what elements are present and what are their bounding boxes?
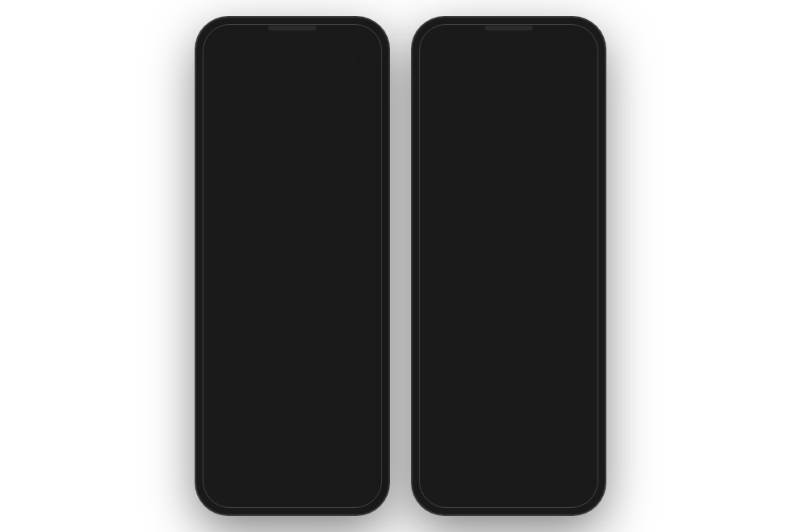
follower-avatar-2 — [446, 204, 469, 226]
header-title: Professional mode — [256, 35, 328, 44]
feature-analytics: See what's working Learn more about your… — [214, 289, 371, 320]
hero-decoration-3 — [358, 112, 374, 128]
money-icon — [214, 185, 231, 203]
right-phone: 🍍 🍍 🍍 🍍 Brianna Harris @brianna.harris 1… — [413, 18, 605, 514]
follower-avatar-1 — [421, 204, 443, 226]
feature-audience-text: Grow your audience Your follower setting… — [238, 232, 371, 282]
detail-item: ℹ Profile · Digital Creator — [430, 316, 587, 328]
pineapple-icon-1: 🍍 — [550, 33, 578, 59]
profile-cover: 🍍 🍍 🍍 🍍 — [419, 29, 598, 125]
right-phone-screen: 🍍 🍍 🍍 🍍 Brianna Harris @brianna.harris 1… — [419, 29, 598, 503]
left-header: Professional mode — [203, 29, 382, 48]
feature-audience: Grow your audience Your follower setting… — [214, 232, 371, 282]
more-dots: ··· — [571, 239, 581, 252]
follow-icon — [439, 241, 447, 249]
svg-rect-6 — [226, 294, 228, 304]
hero-decoration-2 — [338, 58, 365, 77]
hero-image — [203, 48, 382, 152]
profile-info: Brianna Harris @brianna.harris 14.7k fol… — [419, 155, 598, 197]
details-title: Details — [430, 297, 587, 309]
follower-avatar-4 — [497, 204, 520, 226]
commercial-terms-link[interactable]: Commercial Terms — [268, 410, 317, 417]
tab-about[interactable]: About — [463, 267, 502, 288]
profile-actions: Follow Message ··· — [419, 232, 598, 266]
feature-reels-text: Get paid for your reels Earn bonuses fro… — [238, 184, 371, 224]
left-content: Turn on professional mode Get paid for y… — [203, 152, 382, 503]
profile-tabs: Posts About Reels Photos ▾ — [419, 266, 598, 289]
avatar-image — [480, 88, 537, 125]
message-label: Message — [513, 240, 550, 250]
feature-reels-title: Get paid for your reels — [238, 184, 371, 195]
feature-analytics-text: See what's working Learn more about your… — [238, 289, 371, 320]
follow-button[interactable]: Follow — [429, 234, 489, 256]
profile-name: Brianna Harris — [429, 155, 589, 170]
followers-avatars — [419, 204, 598, 226]
follow-label: Follow — [450, 240, 478, 250]
detail-text: Profile · Digital Creator — [449, 317, 538, 327]
feature-audience-desc: Your follower setting will be set to Pub… — [238, 244, 371, 282]
disclaimer-text: You can turn off professional mode anyti… — [214, 393, 371, 419]
hero-decoration-1 — [212, 58, 237, 83]
avatar — [477, 85, 541, 125]
tab-photos[interactable]: Photos ▾ — [540, 267, 590, 288]
follower-avatar-3 — [472, 204, 494, 226]
profile-handle: @brianna.harris — [429, 171, 589, 180]
message-button[interactable]: Message — [494, 234, 558, 256]
feature-analytics-title: See what's working — [238, 289, 371, 300]
learn-more-button[interactable]: Learn more — [214, 360, 371, 387]
profile-details: Details ℹ Profile · Digital Creator — [419, 289, 598, 340]
svg-rect-5 — [222, 297, 224, 304]
turn-on-button[interactable]: Turn on — [214, 328, 371, 355]
svg-rect-4 — [217, 300, 219, 304]
profile-stats: 14.7k followers · 235 following — [429, 182, 589, 191]
follower-avatar-5 — [523, 204, 545, 226]
follower-avatar-6 — [549, 204, 571, 226]
page-title: Turn on professional mode — [214, 160, 371, 175]
message-icon — [502, 241, 510, 249]
left-phone-screen: Professional mode Turn on professional m… — [203, 29, 382, 503]
follower-avatar-7 — [574, 204, 597, 226]
tab-posts[interactable]: Posts — [425, 267, 463, 288]
feature-reels-desc: Earn bonuses from Facebook when you shar… — [238, 195, 371, 224]
feature-reels: Get paid for your reels Earn bonuses fro… — [214, 184, 371, 224]
more-button[interactable]: ··· — [563, 232, 589, 258]
audience-icon — [214, 233, 231, 251]
feature-analytics-desc: Learn more about your audience and see h… — [238, 300, 371, 320]
left-phone: Professional mode Turn on professional m… — [196, 18, 388, 514]
hero-person — [260, 64, 324, 152]
chart-icon — [214, 290, 231, 308]
pineapple-icon-4: 🍍 — [427, 35, 455, 62]
feature-audience-title: Grow your audience — [238, 232, 371, 243]
info-icon: ℹ — [430, 316, 443, 328]
svg-rect-0 — [217, 190, 229, 199]
tab-reels[interactable]: Reels — [502, 267, 540, 288]
pineapple-icon-2: 🍍 — [514, 33, 542, 59]
pineapple-icon-3: 🍍 — [562, 95, 590, 121]
